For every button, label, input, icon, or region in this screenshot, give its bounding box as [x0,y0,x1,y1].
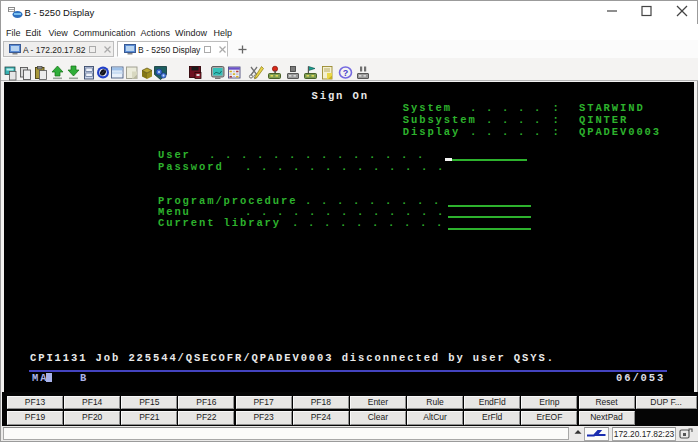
svg-text:?: ? [343,67,349,77]
